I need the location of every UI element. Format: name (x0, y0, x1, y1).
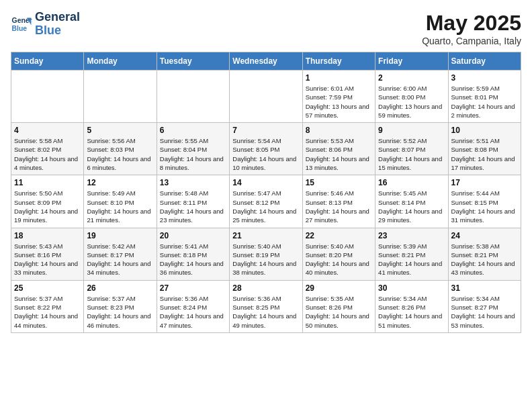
calendar-cell: 20Sunrise: 5:41 AM Sunset: 8:18 PM Dayli… (157, 228, 229, 280)
calendar-cell (11, 71, 84, 123)
calendar-cell: 6Sunrise: 5:55 AM Sunset: 8:04 PM Daylig… (157, 123, 229, 175)
day-info: Sunrise: 5:44 AM Sunset: 8:15 PM Dayligh… (451, 189, 518, 224)
day-info: Sunrise: 5:54 AM Sunset: 8:05 PM Dayligh… (232, 136, 299, 172)
day-number: 28 (232, 283, 299, 293)
day-info: Sunrise: 5:56 AM Sunset: 8:03 PM Dayligh… (87, 136, 153, 172)
calendar-cell: 17Sunrise: 5:44 AM Sunset: 8:15 PM Dayli… (448, 175, 521, 228)
day-info: Sunrise: 5:40 AM Sunset: 8:20 PM Dayligh… (306, 242, 372, 277)
calendar-cell: 3Sunrise: 5:59 AM Sunset: 8:01 PM Daylig… (448, 71, 521, 123)
day-info: Sunrise: 5:41 AM Sunset: 8:18 PM Dayligh… (160, 242, 226, 277)
calendar-cell: 11Sunrise: 5:50 AM Sunset: 8:09 PM Dayli… (11, 175, 84, 228)
calendar-cell (157, 71, 229, 123)
logo-icon: General Blue (11, 13, 32, 35)
day-number: 17 (451, 178, 518, 187)
day-info: Sunrise: 5:47 AM Sunset: 8:12 PM Dayligh… (232, 189, 299, 224)
day-info: Sunrise: 5:58 AM Sunset: 8:02 PM Dayligh… (14, 136, 81, 172)
day-number: 11 (14, 178, 81, 187)
day-number: 15 (306, 178, 372, 187)
page-header: General Blue GeneralBlue May 2025 Quarto… (11, 11, 521, 46)
day-number: 20 (160, 231, 226, 240)
calendar-cell: 29Sunrise: 5:35 AM Sunset: 8:26 PM Dayli… (302, 280, 375, 332)
day-info: Sunrise: 5:37 AM Sunset: 8:22 PM Dayligh… (14, 294, 81, 330)
day-header-wednesday: Wednesday (230, 52, 302, 71)
day-info: Sunrise: 5:36 AM Sunset: 8:25 PM Dayligh… (232, 294, 299, 330)
day-info: Sunrise: 5:52 AM Sunset: 8:07 PM Dayligh… (378, 136, 445, 172)
calendar-cell: 14Sunrise: 5:47 AM Sunset: 8:12 PM Dayli… (230, 175, 302, 228)
calendar-cell: 18Sunrise: 5:43 AM Sunset: 8:16 PM Dayli… (11, 228, 84, 280)
day-number: 30 (378, 283, 445, 293)
day-number: 1 (306, 73, 372, 83)
day-number: 27 (160, 283, 226, 293)
calendar-cell: 25Sunrise: 5:37 AM Sunset: 8:22 PM Dayli… (11, 280, 84, 332)
day-number: 14 (232, 178, 299, 187)
calendar-subtitle: Quarto, Campania, Italy (422, 36, 521, 46)
day-info: Sunrise: 5:43 AM Sunset: 8:16 PM Dayligh… (14, 242, 81, 277)
calendar-cell: 27Sunrise: 5:36 AM Sunset: 8:24 PM Dayli… (157, 280, 229, 332)
day-info: Sunrise: 5:55 AM Sunset: 8:04 PM Dayligh… (160, 136, 226, 172)
calendar-cell: 8Sunrise: 5:53 AM Sunset: 8:06 PM Daylig… (302, 123, 375, 175)
calendar-cell: 10Sunrise: 5:51 AM Sunset: 8:08 PM Dayli… (448, 123, 521, 175)
day-info: Sunrise: 5:49 AM Sunset: 8:10 PM Dayligh… (87, 189, 153, 224)
calendar-week-row: 25Sunrise: 5:37 AM Sunset: 8:22 PM Dayli… (11, 280, 521, 332)
calendar-cell (84, 71, 157, 123)
day-number: 6 (160, 126, 226, 135)
day-number: 22 (306, 231, 372, 240)
calendar-cell: 19Sunrise: 5:42 AM Sunset: 8:17 PM Dayli… (84, 228, 157, 280)
calendar-cell: 13Sunrise: 5:48 AM Sunset: 8:11 PM Dayli… (157, 175, 229, 228)
calendar-cell: 24Sunrise: 5:38 AM Sunset: 8:21 PM Dayli… (448, 228, 521, 280)
day-number: 21 (232, 231, 299, 240)
day-number: 29 (306, 283, 372, 293)
day-header-tuesday: Tuesday (157, 52, 229, 71)
day-number: 8 (306, 126, 372, 135)
calendar-cell: 31Sunrise: 5:34 AM Sunset: 8:27 PM Dayli… (448, 280, 521, 332)
day-number: 7 (232, 126, 299, 135)
day-info: Sunrise: 5:53 AM Sunset: 8:06 PM Dayligh… (306, 136, 372, 172)
day-info: Sunrise: 5:48 AM Sunset: 8:11 PM Dayligh… (160, 189, 226, 224)
day-info: Sunrise: 5:45 AM Sunset: 8:14 PM Dayligh… (378, 189, 445, 224)
calendar-cell: 16Sunrise: 5:45 AM Sunset: 8:14 PM Dayli… (375, 175, 448, 228)
day-info: Sunrise: 5:46 AM Sunset: 8:13 PM Dayligh… (306, 189, 372, 224)
logo: General Blue GeneralBlue (11, 11, 80, 38)
calendar-title: May 2025 (422, 11, 521, 36)
day-info: Sunrise: 5:37 AM Sunset: 8:23 PM Dayligh… (87, 294, 153, 330)
calendar-header-row: SundayMondayTuesdayWednesdayThursdayFrid… (11, 52, 521, 71)
day-header-friday: Friday (375, 52, 448, 71)
calendar-table: SundayMondayTuesdayWednesdayThursdayFrid… (11, 52, 521, 333)
calendar-cell: 15Sunrise: 5:46 AM Sunset: 8:13 PM Dayli… (302, 175, 375, 228)
day-info: Sunrise: 5:51 AM Sunset: 8:08 PM Dayligh… (451, 136, 518, 172)
day-header-thursday: Thursday (302, 52, 375, 71)
calendar-cell: 28Sunrise: 5:36 AM Sunset: 8:25 PM Dayli… (230, 280, 302, 332)
calendar-cell: 30Sunrise: 5:34 AM Sunset: 8:26 PM Dayli… (375, 280, 448, 332)
day-number: 13 (160, 178, 226, 187)
calendar-cell (230, 71, 302, 123)
calendar-cell: 21Sunrise: 5:40 AM Sunset: 8:19 PM Dayli… (230, 228, 302, 280)
day-info: Sunrise: 5:36 AM Sunset: 8:24 PM Dayligh… (160, 294, 226, 330)
day-number: 25 (14, 283, 81, 293)
calendar-cell: 22Sunrise: 5:40 AM Sunset: 8:20 PM Dayli… (302, 228, 375, 280)
calendar-week-row: 1Sunrise: 6:01 AM Sunset: 7:59 PM Daylig… (11, 71, 521, 123)
day-number: 5 (87, 126, 153, 135)
day-info: Sunrise: 6:01 AM Sunset: 7:59 PM Dayligh… (306, 84, 372, 120)
day-header-saturday: Saturday (448, 52, 521, 71)
day-number: 10 (451, 126, 518, 135)
day-number: 18 (14, 231, 81, 240)
day-number: 26 (87, 283, 153, 293)
calendar-cell: 1Sunrise: 6:01 AM Sunset: 7:59 PM Daylig… (302, 71, 375, 123)
day-number: 19 (87, 231, 153, 240)
calendar-cell: 26Sunrise: 5:37 AM Sunset: 8:23 PM Dayli… (84, 280, 157, 332)
title-block: May 2025 Quarto, Campania, Italy (422, 11, 521, 46)
calendar-week-row: 18Sunrise: 5:43 AM Sunset: 8:16 PM Dayli… (11, 228, 521, 280)
logo-text: GeneralBlue (35, 11, 80, 38)
day-number: 2 (378, 73, 445, 83)
day-number: 9 (378, 126, 445, 135)
day-header-monday: Monday (84, 52, 157, 71)
day-info: Sunrise: 5:42 AM Sunset: 8:17 PM Dayligh… (87, 242, 153, 277)
calendar-cell: 7Sunrise: 5:54 AM Sunset: 8:05 PM Daylig… (230, 123, 302, 175)
day-header-sunday: Sunday (11, 52, 84, 71)
day-info: Sunrise: 5:34 AM Sunset: 8:27 PM Dayligh… (451, 294, 518, 330)
day-number: 24 (451, 231, 518, 240)
calendar-cell: 5Sunrise: 5:56 AM Sunset: 8:03 PM Daylig… (84, 123, 157, 175)
calendar-week-row: 11Sunrise: 5:50 AM Sunset: 8:09 PM Dayli… (11, 175, 521, 228)
day-info: Sunrise: 5:39 AM Sunset: 8:21 PM Dayligh… (378, 242, 445, 277)
calendar-week-row: 4Sunrise: 5:58 AM Sunset: 8:02 PM Daylig… (11, 123, 521, 175)
